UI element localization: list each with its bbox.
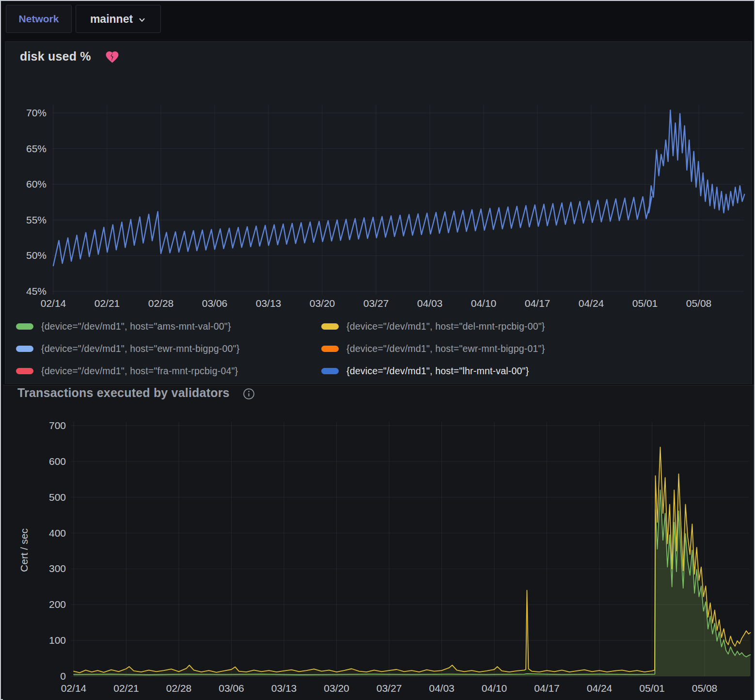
chevron-down-icon [138,16,146,24]
y-tick-label: 700 [49,420,66,431]
x-tick-label: 05/01 [639,683,665,694]
chart-legend: {device="/dev/md1", host="ams-mnt-val-00… [16,319,747,378]
y-tick-label: 65% [26,143,47,154]
x-tick-label: 04/17 [525,298,551,309]
legend-item-fra-mnt-rpcbig-04[interactable]: {device="/dev/md1", host="fra-mnt-rpcbig… [16,364,317,378]
series-swatch [16,368,33,374]
grafana-dashboard: Network mainnet disk used % 45%50%55%60%… [0,0,755,700]
y-tick-label: 70% [26,107,47,118]
x-tick-label: 03/06 [202,298,228,309]
series-area [74,447,751,676]
y-tick-label: 100 [49,635,66,646]
y-tick-label: 55% [26,214,47,225]
y-tick-label: 0 [60,670,66,682]
x-tick-label: 02/14 [61,683,87,694]
x-tick-label: 05/01 [632,298,658,309]
legend-item-ams-mnt-val-00[interactable]: {device="/dev/md1", host="ams-mnt-val-00… [16,319,317,334]
x-tick-label: 05/08 [686,298,712,309]
x-tick-label: 03/27 [377,683,402,694]
series-line [53,110,744,266]
y-tick-label: 500 [49,492,66,503]
x-tick-label: 02/21 [113,683,139,694]
series-swatch [16,323,33,330]
network-label-text: Network [19,13,59,25]
x-tick-label: 04/10 [482,683,507,694]
x-tick-label: 03/20 [324,683,349,694]
y-tick-label: 50% [26,250,47,261]
network-value-text: mainnet [90,13,133,26]
y-tick-label: 400 [49,527,66,539]
panel1-title[interactable]: disk used % [20,49,91,64]
x-tick-label: 04/24 [579,298,604,309]
x-tick-label: 03/27 [363,298,389,309]
x-tick-label: 02/21 [94,298,120,309]
panel2-title[interactable]: Transactions executed by validators [17,386,230,400]
legend-item-ewr-mnt-bigpg-01[interactable]: {device="/dev/md1", host="ewr-mnt-bigpg-… [321,341,747,356]
variable-network-dropdown[interactable]: mainnet [76,5,161,33]
x-tick-label: 03/06 [219,683,244,694]
legend-item-ewr-mnt-bigpg-00[interactable]: {device="/dev/md1", host="ewr-mnt-bigpg-… [16,341,317,356]
series-swatch [321,323,339,330]
x-tick-label: 02/14 [41,298,66,309]
series-swatch [321,346,339,352]
variable-network-label[interactable]: Network [6,5,72,33]
x-tick-label: 05/08 [692,683,718,694]
x-tick-label: 04/10 [471,298,497,309]
y-tick-label: 600 [49,456,66,467]
disk-used-panel: disk used % 45%50%55%60%65%70%02/1402/21… [5,41,752,384]
series-area [74,490,751,676]
x-tick-label: 02/28 [148,298,174,309]
x-tick-label: 04/03 [429,683,455,694]
transactions-chart[interactable]: 010020030040050060070002/1402/2102/2803/… [3,414,753,700]
series-swatch [321,368,339,374]
variable-toolbar: Network mainnet [1,1,754,41]
x-tick-label: 04/03 [417,298,443,309]
y-tick-label: 200 [49,599,66,610]
y-tick-label: 300 [49,563,66,574]
y-tick-label: 60% [26,178,47,190]
panel-header: Transactions executed by validators [17,385,255,400]
legend-item-del-mnt-rpcbig-00[interactable]: {device="/dev/md1", host="del-mnt-rpcbig… [321,319,747,334]
x-tick-label: 03/13 [256,298,282,309]
disk-used-chart[interactable]: 45%50%55%60%65%70%02/1402/2102/2803/0603… [5,88,752,318]
panel-header: disk used % [20,48,120,64]
info-icon[interactable] [242,387,255,400]
x-tick-label: 02/28 [166,683,192,694]
legend-item-lhr-mnt-val-00[interactable]: {device="/dev/md1", host="lhr-mnt-val-00… [321,364,747,378]
x-tick-label: 04/24 [587,683,613,694]
series-line [74,447,751,672]
x-tick-label: 03/20 [310,298,335,309]
series-line [74,490,751,675]
series-swatch [16,346,33,352]
transactions-panel: Transactions executed by validators Cert… [3,385,754,700]
x-tick-label: 03/13 [271,683,297,694]
broken-heart-icon [105,49,120,64]
x-tick-label: 04/17 [534,683,560,694]
y-tick-label: 45% [26,286,47,297]
